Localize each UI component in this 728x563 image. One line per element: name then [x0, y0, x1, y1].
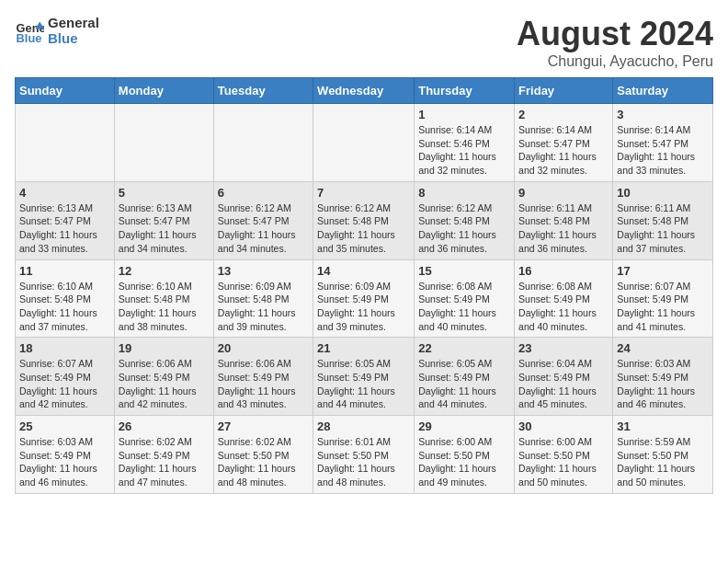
day-info: Sunrise: 6:07 AMSunset: 5:49 PMDaylight:… [19, 358, 97, 409]
logo-icon: General Blue [15, 16, 44, 45]
day-cell: 26 Sunrise: 6:02 AMSunset: 5:49 PMDaylig… [114, 416, 213, 494]
calendar-subtitle: Chungui, Ayacucho, Peru [517, 53, 713, 70]
day-info: Sunrise: 6:02 AMSunset: 5:49 PMDaylight:… [119, 436, 197, 488]
day-cell: 28 Sunrise: 6:01 AMSunset: 5:50 PMDaylig… [313, 416, 415, 494]
day-cell: 3 Sunrise: 6:14 AMSunset: 5:47 PMDayligh… [613, 104, 713, 182]
day-cell: 17 Sunrise: 6:07 AMSunset: 5:49 PMDaylig… [613, 259, 713, 338]
day-cell: 1 Sunrise: 6:14 AMSunset: 5:46 PMDayligh… [415, 104, 515, 182]
day-number: 24 [617, 341, 709, 355]
day-info: Sunrise: 6:14 AMSunset: 5:47 PMDaylight:… [617, 124, 695, 176]
day-cell: 7 Sunrise: 6:12 AMSunset: 5:48 PMDayligh… [313, 181, 415, 259]
col-header-monday: Monday [114, 78, 213, 104]
col-header-thursday: Thursday [415, 78, 515, 104]
day-cell: 16 Sunrise: 6:08 AMSunset: 5:49 PMDaylig… [515, 259, 613, 338]
day-info: Sunrise: 6:14 AMSunset: 5:46 PMDaylight:… [418, 124, 496, 176]
day-info: Sunrise: 6:10 AMSunset: 5:48 PMDaylight:… [19, 281, 97, 332]
day-number: 16 [518, 264, 609, 278]
day-info: Sunrise: 6:09 AMSunset: 5:48 PMDaylight:… [218, 281, 296, 332]
day-info: Sunrise: 6:10 AMSunset: 5:48 PMDaylight:… [119, 281, 197, 332]
day-info: Sunrise: 6:08 AMSunset: 5:49 PMDaylight:… [518, 281, 597, 332]
title-block: August 2024 Chungui, Ayacucho, Peru [517, 15, 713, 70]
day-cell: 14 Sunrise: 6:09 AMSunset: 5:49 PMDaylig… [313, 259, 415, 338]
day-info: Sunrise: 6:13 AMSunset: 5:47 PMDaylight:… [119, 202, 197, 254]
day-info: Sunrise: 6:12 AMSunset: 5:47 PMDaylight:… [218, 202, 296, 254]
col-header-wednesday: Wednesday [313, 78, 415, 104]
day-cell: 23 Sunrise: 6:04 AMSunset: 5:49 PMDaylig… [515, 338, 613, 416]
day-cell: 8 Sunrise: 6:12 AMSunset: 5:48 PMDayligh… [415, 181, 515, 259]
day-cell: 21 Sunrise: 6:05 AMSunset: 5:49 PMDaylig… [313, 338, 415, 416]
day-cell: 2 Sunrise: 6:14 AMSunset: 5:47 PMDayligh… [515, 104, 613, 182]
day-cell: 9 Sunrise: 6:11 AMSunset: 5:48 PMDayligh… [515, 181, 613, 259]
day-number: 21 [317, 341, 410, 355]
day-number: 17 [617, 264, 709, 278]
day-number: 7 [317, 186, 410, 200]
day-number: 9 [518, 186, 609, 200]
day-number: 30 [518, 419, 609, 433]
col-header-friday: Friday [515, 78, 613, 104]
day-number: 27 [218, 419, 309, 433]
week-row-4: 18 Sunrise: 6:07 AMSunset: 5:49 PMDaylig… [16, 338, 713, 416]
day-cell: 10 Sunrise: 6:11 AMSunset: 5:48 PMDaylig… [613, 181, 713, 259]
day-number: 28 [317, 419, 410, 433]
day-cell: 12 Sunrise: 6:10 AMSunset: 5:48 PMDaylig… [114, 259, 213, 338]
day-info: Sunrise: 6:02 AMSunset: 5:50 PMDaylight:… [218, 436, 296, 488]
day-info: Sunrise: 6:11 AMSunset: 5:48 PMDaylight:… [518, 202, 597, 254]
day-cell: 6 Sunrise: 6:12 AMSunset: 5:47 PMDayligh… [213, 181, 313, 259]
day-cell: 25 Sunrise: 6:03 AMSunset: 5:49 PMDaylig… [16, 416, 115, 494]
logo-general: General [48, 15, 99, 30]
day-cell: 30 Sunrise: 6:00 AMSunset: 5:50 PMDaylig… [515, 416, 613, 494]
day-info: Sunrise: 6:09 AMSunset: 5:49 PMDaylight:… [317, 281, 395, 332]
day-info: Sunrise: 6:12 AMSunset: 5:48 PMDaylight:… [317, 202, 395, 254]
day-cell [213, 104, 313, 182]
day-info: Sunrise: 6:05 AMSunset: 5:49 PMDaylight:… [418, 358, 496, 409]
day-cell: 15 Sunrise: 6:08 AMSunset: 5:49 PMDaylig… [415, 259, 515, 338]
day-info: Sunrise: 6:04 AMSunset: 5:49 PMDaylight:… [518, 358, 597, 409]
day-cell: 11 Sunrise: 6:10 AMSunset: 5:48 PMDaylig… [16, 259, 115, 338]
day-info: Sunrise: 6:12 AMSunset: 5:48 PMDaylight:… [418, 202, 496, 254]
calendar-header-row: SundayMondayTuesdayWednesdayThursdayFrid… [16, 78, 713, 104]
day-number: 1 [418, 108, 510, 121]
day-info: Sunrise: 6:06 AMSunset: 5:49 PMDaylight:… [218, 358, 296, 409]
day-cell: 13 Sunrise: 6:09 AMSunset: 5:48 PMDaylig… [213, 259, 313, 338]
day-number: 12 [119, 264, 210, 278]
calendar-table: SundayMondayTuesdayWednesdayThursdayFrid… [15, 77, 713, 494]
day-info: Sunrise: 6:03 AMSunset: 5:49 PMDaylight:… [617, 358, 695, 409]
day-info: Sunrise: 6:08 AMSunset: 5:49 PMDaylight:… [418, 281, 496, 332]
col-header-saturday: Saturday [613, 78, 713, 104]
day-info: Sunrise: 6:00 AMSunset: 5:50 PMDaylight:… [418, 436, 496, 488]
day-cell: 5 Sunrise: 6:13 AMSunset: 5:47 PMDayligh… [114, 181, 213, 259]
week-row-1: 1 Sunrise: 6:14 AMSunset: 5:46 PMDayligh… [16, 104, 713, 182]
day-cell: 4 Sunrise: 6:13 AMSunset: 5:47 PMDayligh… [16, 181, 115, 259]
day-info: Sunrise: 6:13 AMSunset: 5:47 PMDaylight:… [19, 202, 97, 254]
col-header-tuesday: Tuesday [213, 78, 313, 104]
col-header-sunday: Sunday [16, 78, 115, 104]
day-info: Sunrise: 6:03 AMSunset: 5:49 PMDaylight:… [19, 436, 97, 488]
day-number: 29 [418, 419, 510, 433]
day-info: Sunrise: 6:07 AMSunset: 5:49 PMDaylight:… [617, 281, 695, 332]
day-info: Sunrise: 6:01 AMSunset: 5:50 PMDaylight:… [317, 436, 395, 488]
day-number: 26 [119, 419, 210, 433]
day-number: 8 [418, 186, 510, 200]
day-number: 20 [218, 341, 309, 355]
day-cell: 20 Sunrise: 6:06 AMSunset: 5:49 PMDaylig… [213, 338, 313, 416]
day-cell [114, 104, 213, 182]
logo: General Blue General Blue [15, 15, 99, 46]
calendar-title: August 2024 [517, 15, 713, 53]
day-cell: 22 Sunrise: 6:05 AMSunset: 5:49 PMDaylig… [415, 338, 515, 416]
day-number: 18 [19, 341, 110, 355]
logo-blue: Blue [48, 30, 99, 46]
day-cell: 18 Sunrise: 6:07 AMSunset: 5:49 PMDaylig… [16, 338, 115, 416]
day-info: Sunrise: 5:59 AMSunset: 5:50 PMDaylight:… [617, 436, 695, 488]
week-row-2: 4 Sunrise: 6:13 AMSunset: 5:47 PMDayligh… [16, 181, 713, 259]
day-info: Sunrise: 6:06 AMSunset: 5:49 PMDaylight:… [119, 358, 197, 409]
day-number: 2 [518, 108, 609, 121]
day-number: 19 [119, 341, 210, 355]
day-cell: 31 Sunrise: 5:59 AMSunset: 5:50 PMDaylig… [613, 416, 713, 494]
day-number: 4 [19, 186, 110, 200]
day-number: 14 [317, 264, 410, 278]
day-number: 11 [19, 264, 110, 278]
page-header: General Blue General Blue August 2024 Ch… [15, 15, 713, 70]
day-info: Sunrise: 6:11 AMSunset: 5:48 PMDaylight:… [617, 202, 695, 254]
day-info: Sunrise: 6:05 AMSunset: 5:49 PMDaylight:… [317, 358, 395, 409]
day-number: 3 [617, 108, 709, 121]
